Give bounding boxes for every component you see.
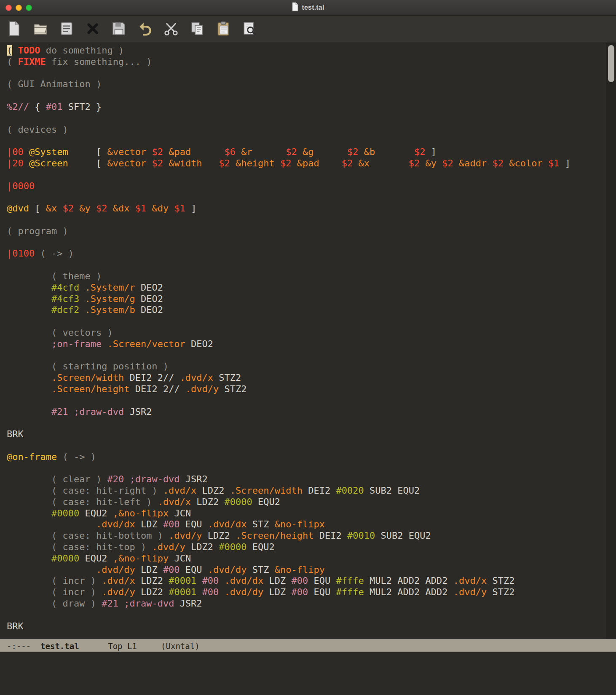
code-line [7,395,606,406]
save-buffer-button[interactable] [110,20,127,38]
zoom-button[interactable] [26,5,32,11]
code-line: ( case: hit-left ) .dvd/x LDZ2 #0000 EQU… [7,497,606,508]
code-line: ( devices ) [7,124,606,136]
code-line [7,259,606,271]
open-file-button[interactable] [32,20,49,38]
code-line: ;on-frame .Screen/vector DEO2 [7,339,606,350]
echo-area[interactable] [0,652,616,695]
code-line: @on-frame ( -> ) [7,452,606,463]
code-line: |00 @System [ &vector $2 &pad $6 &r $2 &… [7,147,606,158]
code-line: .dvd/dx LDZ #00 EQU .dvd/dx STZ &no-flip… [7,519,606,530]
open-folder-icon [32,21,48,38]
code-line: ( case: hit-bottom ) .dvd/y LDZ2 .Screen… [7,530,606,542]
new-file-icon [6,21,22,38]
mode-line: -:---test.talTopL1(Uxntal) [0,639,616,652]
code-line [7,68,606,79]
undo-button[interactable] [137,20,153,38]
code-line [7,90,606,102]
code-line [7,192,606,203]
code-line: #0000 EQU2 ,&no-flipx JCN [7,508,606,519]
code-line [7,113,606,124]
code-line: ( GUI Animation ) [7,79,606,90]
directory-listing-icon [59,21,75,38]
code-line [7,135,606,147]
modeline-status: -:--- [7,642,31,651]
kill-buffer-button[interactable] [84,20,101,38]
code-line: ( starting position ) [7,361,606,372]
toolbar [0,16,616,43]
code-line [7,350,606,361]
modeline-line-indicator: L1 [127,642,137,651]
new-file-button[interactable] [6,20,23,38]
code-line [7,440,606,452]
code-line: .Screen/width DEI2 2// .dvd/x STZ2 [7,372,606,384]
cut-button[interactable] [163,20,179,38]
code-line: ( incr ) .dvd/y LDZ2 #0001 #00 .dvd/dy L… [7,587,606,598]
editor: ( TODO do something )( FIXME fix somethi… [0,43,616,639]
close-x-icon [85,21,101,38]
dired-button[interactable] [58,20,75,38]
code-line: %2// { #01 SFT2 } [7,102,606,113]
code-line [7,417,606,429]
code-line: .dvd/dy LDZ #00 EQU .dvd/dy STZ &no-flip… [7,564,606,576]
code-line: #4cfd .System/r DEO2 [7,282,606,294]
code-line: ( program ) [7,226,606,237]
code-line [7,237,606,249]
code-line: |0000 [7,181,606,192]
code-line [7,462,606,474]
search-magnifier-icon [241,21,257,38]
undo-arrow-icon [137,21,153,38]
code-line [7,609,606,621]
code-line [7,169,606,181]
titlebar: test.tal [0,0,616,16]
code-line: .Screen/height DEI2 2// .dvd/y STZ2 [7,384,606,395]
window-title: test.tal [302,4,324,11]
document-icon [292,2,299,13]
code-line: ( incr ) .dvd/x LDZ2 #0001 #00 .dvd/dx L… [7,575,606,587]
code-line: ( case: hit-right ) .dvd/x LDZ2 .Screen/… [7,485,606,497]
copy-pages-icon [189,21,205,38]
code-line: ( clear ) #20 ;draw-dvd JSR2 [7,474,606,485]
scissors-icon [163,21,179,38]
code-area[interactable]: ( TODO do something )( FIXME fix somethi… [0,43,606,639]
minimize-button[interactable] [16,5,22,11]
modeline-major-mode: (Uxntal) [161,642,200,651]
code-line: #21 ;draw-dvd JSR2 [7,406,606,418]
code-line: BRK [7,429,606,440]
save-disk-icon [111,21,127,38]
scrollbar[interactable] [606,43,616,639]
code-line: ( FIXME fix something... ) [7,56,606,68]
code-line: |20 @Screen [ &vector $2 &width $2 &heig… [7,158,606,169]
traffic-lights [5,5,32,11]
paste-button[interactable] [215,20,232,38]
modeline-buffer-name: test.tal [40,642,79,651]
scrollbar-thumb[interactable] [608,45,614,82]
copy-button[interactable] [189,20,206,38]
code-line: #4cf3 .System/g DEO2 [7,294,606,305]
code-line: |0100 ( -> ) [7,248,606,259]
code-line [7,316,606,327]
code-line [7,214,606,226]
code-line: #dcf2 .System/b DEO2 [7,305,606,316]
code-line: ( vectors ) [7,327,606,339]
emacs-window: test.tal [0,0,616,695]
code-line: #0000 EQU2 ,&no-flipy JCN [7,553,606,564]
code-line: BRK [7,621,606,632]
code-line: ( draw ) #21 ;draw-dvd JSR2 [7,598,606,609]
code-line: ( TODO do something ) [7,45,606,56]
close-button[interactable] [5,5,12,11]
code-line: @dvd [ &x $2 &y $2 &dx $1 &dy $1 ] [7,203,606,214]
search-button[interactable] [241,20,258,38]
clipboard-paste-icon [215,21,231,38]
code-line: ( theme ) [7,271,606,282]
cursor: ( [7,45,12,56]
modeline-scroll-position: Top [108,642,122,651]
code-line: ( case: hit-top ) .dvd/y LDZ2 #0000 EQU2 [7,542,606,553]
